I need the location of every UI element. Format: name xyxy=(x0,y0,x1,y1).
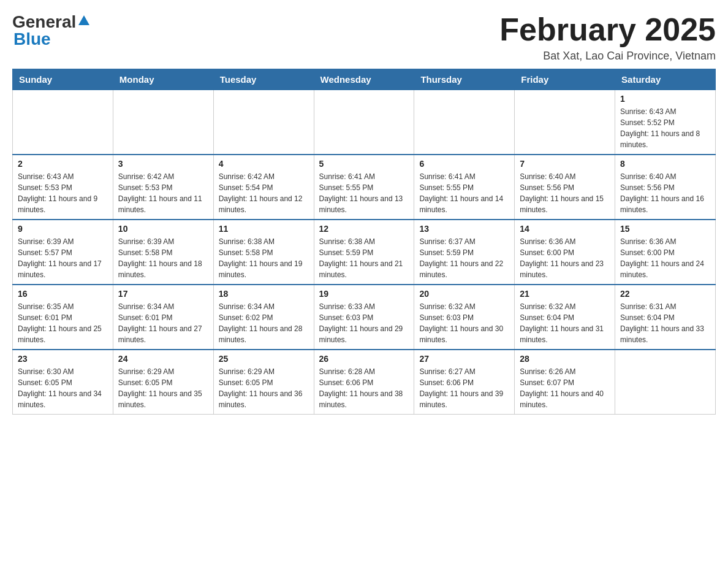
calendar-cell: 8Sunrise: 6:40 AM Sunset: 5:56 PM Daylig… xyxy=(615,155,716,220)
day-number: 1 xyxy=(620,94,710,104)
calendar-cell: 12Sunrise: 6:38 AM Sunset: 5:59 PM Dayli… xyxy=(314,220,414,285)
day-number: 6 xyxy=(419,159,509,169)
day-number: 21 xyxy=(520,289,610,299)
day-number: 25 xyxy=(219,354,309,364)
calendar-cell: 22Sunrise: 6:31 AM Sunset: 6:04 PM Dayli… xyxy=(615,285,716,350)
page-subtitle: Bat Xat, Lao Cai Province, Vietnam xyxy=(499,50,716,63)
calendar-cell xyxy=(13,90,113,155)
day-info: Sunrise: 6:31 AM Sunset: 6:04 PM Dayligh… xyxy=(620,301,710,345)
day-info: Sunrise: 6:32 AM Sunset: 6:03 PM Dayligh… xyxy=(419,301,509,345)
calendar-cell: 18Sunrise: 6:34 AM Sunset: 6:02 PM Dayli… xyxy=(213,285,314,350)
day-number: 11 xyxy=(219,224,309,234)
day-number: 16 xyxy=(18,289,108,299)
calendar-cell: 27Sunrise: 6:27 AM Sunset: 6:06 PM Dayli… xyxy=(414,350,515,415)
weekday-header-wednesday: Wednesday xyxy=(314,69,414,90)
day-info: Sunrise: 6:36 AM Sunset: 6:00 PM Dayligh… xyxy=(520,236,610,280)
day-number: 28 xyxy=(520,354,610,364)
calendar-week-3: 9Sunrise: 6:39 AM Sunset: 5:57 PM Daylig… xyxy=(13,220,716,285)
calendar-cell: 17Sunrise: 6:34 AM Sunset: 6:01 PM Dayli… xyxy=(113,285,213,350)
day-info: Sunrise: 6:36 AM Sunset: 6:00 PM Dayligh… xyxy=(620,236,710,280)
day-number: 9 xyxy=(18,224,108,234)
day-info: Sunrise: 6:42 AM Sunset: 5:53 PM Dayligh… xyxy=(118,171,208,215)
weekday-header-friday: Friday xyxy=(515,69,615,90)
calendar-cell: 3Sunrise: 6:42 AM Sunset: 5:53 PM Daylig… xyxy=(113,155,213,220)
day-info: Sunrise: 6:39 AM Sunset: 5:58 PM Dayligh… xyxy=(118,236,208,280)
calendar-cell: 13Sunrise: 6:37 AM Sunset: 5:59 PM Dayli… xyxy=(414,220,515,285)
calendar-cell: 16Sunrise: 6:35 AM Sunset: 6:01 PM Dayli… xyxy=(13,285,113,350)
calendar-cell xyxy=(213,90,314,155)
day-number: 26 xyxy=(319,354,409,364)
calendar-cell xyxy=(113,90,213,155)
day-info: Sunrise: 6:29 AM Sunset: 6:05 PM Dayligh… xyxy=(118,366,208,410)
calendar-cell xyxy=(615,350,716,415)
page-title: February 2025 xyxy=(499,12,716,47)
weekday-header-thursday: Thursday xyxy=(414,69,515,90)
day-number: 27 xyxy=(419,354,509,364)
day-info: Sunrise: 6:32 AM Sunset: 6:04 PM Dayligh… xyxy=(520,301,610,345)
day-info: Sunrise: 6:30 AM Sunset: 6:05 PM Dayligh… xyxy=(18,366,108,410)
calendar-cell: 7Sunrise: 6:40 AM Sunset: 5:56 PM Daylig… xyxy=(515,155,615,220)
calendar-cell: 1Sunrise: 6:43 AM Sunset: 5:52 PM Daylig… xyxy=(615,90,716,155)
day-number: 23 xyxy=(18,354,108,364)
day-info: Sunrise: 6:34 AM Sunset: 6:02 PM Dayligh… xyxy=(219,301,309,345)
day-number: 3 xyxy=(118,159,208,169)
day-number: 7 xyxy=(520,159,610,169)
day-number: 10 xyxy=(118,224,208,234)
day-info: Sunrise: 6:29 AM Sunset: 6:05 PM Dayligh… xyxy=(219,366,309,410)
day-number: 22 xyxy=(620,289,710,299)
calendar-week-4: 16Sunrise: 6:35 AM Sunset: 6:01 PM Dayli… xyxy=(13,285,716,350)
day-info: Sunrise: 6:34 AM Sunset: 6:01 PM Dayligh… xyxy=(118,301,208,345)
logo-blue-text: Blue xyxy=(13,29,91,49)
calendar-week-2: 2Sunrise: 6:43 AM Sunset: 5:53 PM Daylig… xyxy=(13,155,716,220)
calendar-cell: 14Sunrise: 6:36 AM Sunset: 6:00 PM Dayli… xyxy=(515,220,615,285)
calendar-cell: 28Sunrise: 6:26 AM Sunset: 6:07 PM Dayli… xyxy=(515,350,615,415)
day-info: Sunrise: 6:33 AM Sunset: 6:03 PM Dayligh… xyxy=(319,301,409,345)
day-number: 17 xyxy=(118,289,208,299)
day-info: Sunrise: 6:43 AM Sunset: 5:53 PM Dayligh… xyxy=(18,171,108,215)
day-number: 2 xyxy=(18,159,108,169)
day-number: 15 xyxy=(620,224,710,234)
weekday-header-sunday: Sunday xyxy=(13,69,113,90)
calendar-cell: 2Sunrise: 6:43 AM Sunset: 5:53 PM Daylig… xyxy=(13,155,113,220)
calendar-table: SundayMondayTuesdayWednesdayThursdayFrid… xyxy=(12,69,716,415)
weekday-header-saturday: Saturday xyxy=(615,69,716,90)
day-number: 14 xyxy=(520,224,610,234)
day-number: 8 xyxy=(620,159,710,169)
title-block: February 2025 Bat Xat, Lao Cai Province,… xyxy=(499,12,716,63)
logo: General Blue xyxy=(12,12,91,49)
calendar-cell: 4Sunrise: 6:42 AM Sunset: 5:54 PM Daylig… xyxy=(213,155,314,220)
day-number: 20 xyxy=(419,289,509,299)
page-header: General Blue February 2025 Bat Xat, Lao … xyxy=(12,12,716,63)
calendar-cell: 9Sunrise: 6:39 AM Sunset: 5:57 PM Daylig… xyxy=(13,220,113,285)
calendar-cell: 26Sunrise: 6:28 AM Sunset: 6:06 PM Dayli… xyxy=(314,350,414,415)
logo-triangle-icon xyxy=(77,14,91,28)
calendar-cell: 11Sunrise: 6:38 AM Sunset: 5:58 PM Dayli… xyxy=(213,220,314,285)
logo-name: General Blue xyxy=(12,12,91,49)
day-number: 5 xyxy=(319,159,409,169)
calendar-week-1: 1Sunrise: 6:43 AM Sunset: 5:52 PM Daylig… xyxy=(13,90,716,155)
day-number: 18 xyxy=(219,289,309,299)
day-info: Sunrise: 6:28 AM Sunset: 6:06 PM Dayligh… xyxy=(319,366,409,410)
day-number: 4 xyxy=(219,159,309,169)
weekday-header-tuesday: Tuesday xyxy=(213,69,314,90)
calendar-cell: 25Sunrise: 6:29 AM Sunset: 6:05 PM Dayli… xyxy=(213,350,314,415)
calendar-week-5: 23Sunrise: 6:30 AM Sunset: 6:05 PM Dayli… xyxy=(13,350,716,415)
calendar-cell xyxy=(314,90,414,155)
day-number: 19 xyxy=(319,289,409,299)
calendar-cell: 21Sunrise: 6:32 AM Sunset: 6:04 PM Dayli… xyxy=(515,285,615,350)
calendar-cell: 5Sunrise: 6:41 AM Sunset: 5:55 PM Daylig… xyxy=(314,155,414,220)
calendar-cell: 19Sunrise: 6:33 AM Sunset: 6:03 PM Dayli… xyxy=(314,285,414,350)
day-number: 24 xyxy=(118,354,208,364)
day-info: Sunrise: 6:40 AM Sunset: 5:56 PM Dayligh… xyxy=(520,171,610,215)
day-number: 12 xyxy=(319,224,409,234)
day-number: 13 xyxy=(419,224,509,234)
day-info: Sunrise: 6:41 AM Sunset: 5:55 PM Dayligh… xyxy=(319,171,409,215)
day-info: Sunrise: 6:41 AM Sunset: 5:55 PM Dayligh… xyxy=(419,171,509,215)
day-info: Sunrise: 6:26 AM Sunset: 6:07 PM Dayligh… xyxy=(520,366,610,410)
calendar-cell: 20Sunrise: 6:32 AM Sunset: 6:03 PM Dayli… xyxy=(414,285,515,350)
calendar-cell: 6Sunrise: 6:41 AM Sunset: 5:55 PM Daylig… xyxy=(414,155,515,220)
day-info: Sunrise: 6:38 AM Sunset: 5:59 PM Dayligh… xyxy=(319,236,409,280)
day-info: Sunrise: 6:27 AM Sunset: 6:06 PM Dayligh… xyxy=(419,366,509,410)
day-info: Sunrise: 6:39 AM Sunset: 5:57 PM Dayligh… xyxy=(18,236,108,280)
calendar-cell: 24Sunrise: 6:29 AM Sunset: 6:05 PM Dayli… xyxy=(113,350,213,415)
